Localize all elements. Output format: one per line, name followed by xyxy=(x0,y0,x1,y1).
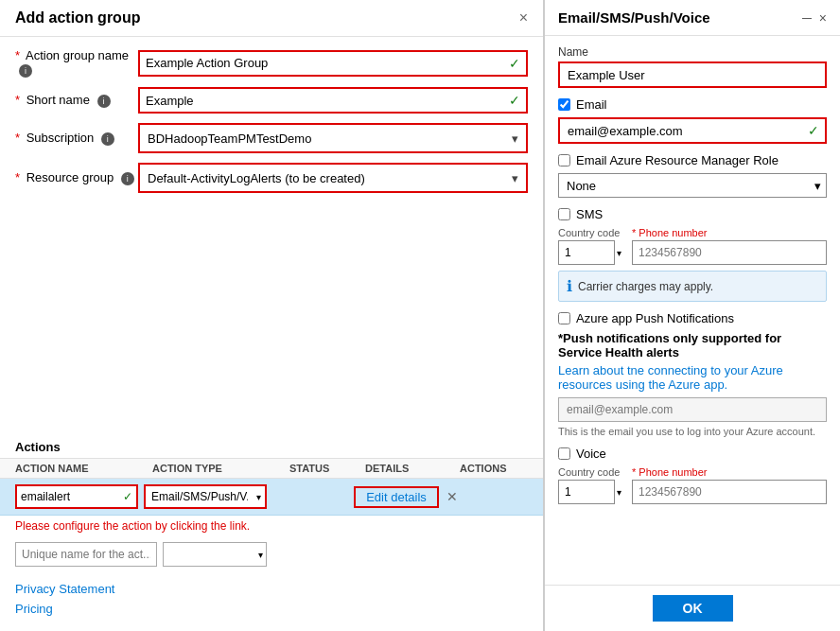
push-note: *Push notifications only supported for S… xyxy=(558,331,827,359)
push-email-container xyxy=(558,397,827,422)
voice-fields: Country code 1 ▾ * Phone number xyxy=(558,466,827,504)
voice-country-code-chevron: ▾ xyxy=(617,487,621,498)
right-close-button[interactable]: × xyxy=(819,10,827,26)
sms-checkbox[interactable] xyxy=(558,208,570,220)
email-checkbox[interactable] xyxy=(558,98,570,111)
email-checkbox-row: Email xyxy=(558,97,827,112)
action-row: ✓ Email/SMS/Push/V... ▾ Edit details ✕ xyxy=(0,479,543,516)
azure-role-label: Email Azure Resource Manager Role xyxy=(576,153,779,167)
action-group-name-label: Action group name xyxy=(26,48,129,62)
carrier-charges-text: Carrier charges may apply. xyxy=(578,280,713,293)
action-name-check: ✓ xyxy=(123,490,132,503)
sms-country-code-select[interactable]: 1 xyxy=(558,240,615,265)
azure-role-checkbox[interactable] xyxy=(558,154,570,167)
push-email-input[interactable] xyxy=(558,397,827,422)
edit-details-button[interactable]: Edit details xyxy=(354,486,439,508)
action-type-select[interactable]: Email/SMS/Push/V... xyxy=(146,486,265,507)
short-name-input[interactable] xyxy=(140,89,526,112)
short-name-label: Short name xyxy=(26,93,90,107)
name-label: Name xyxy=(558,45,827,59)
push-note-bold: *Push notifications only supported for S… xyxy=(558,331,781,359)
sms-phone-label: * Phone number xyxy=(632,227,827,238)
required-star-4: * xyxy=(15,170,20,184)
action-name-input[interactable] xyxy=(17,486,136,507)
subscription-select[interactable]: BDHadoopTeamPMTestDemo xyxy=(140,125,526,151)
voice-country-code-label: Country code xyxy=(558,466,624,478)
sms-phone-input[interactable] xyxy=(632,240,827,265)
voice-country-code-select[interactable]: 1 xyxy=(558,480,615,504)
actions-title: Actions xyxy=(15,440,61,454)
push-checkbox[interactable] xyxy=(558,312,570,324)
voice-checkbox-row: Voice xyxy=(558,447,827,461)
action-group-name-check: ✓ xyxy=(509,56,520,71)
subscription-info-icon[interactable]: i xyxy=(101,132,114,146)
voice-label: Voice xyxy=(576,447,606,461)
voice-phone-label: * Phone number xyxy=(632,466,827,478)
sms-country-code-chevron: ▾ xyxy=(617,248,621,258)
action-group-name-input[interactable] xyxy=(140,52,526,75)
required-star-3: * xyxy=(15,131,20,145)
sms-label: SMS xyxy=(576,207,603,221)
ok-button-row: OK xyxy=(545,585,840,631)
email-checkbox-label: Email xyxy=(576,97,607,112)
required-star-2: * xyxy=(15,93,20,107)
subscription-label: Subscription xyxy=(26,131,95,145)
pricing-link[interactable]: Pricing xyxy=(15,602,528,616)
azure-role-checkbox-row: Email Azure Resource Manager Role xyxy=(558,153,827,167)
actions-section: Actions ACTION NAME ACTION TYPE STATUS D… xyxy=(0,431,543,572)
privacy-statement-link[interactable]: Privacy Statement xyxy=(15,582,528,596)
col-header-details: DETAILS xyxy=(365,463,460,474)
sms-fields: Country code 1 ▾ * Phone number xyxy=(558,227,827,265)
push-checkbox-row: Azure app Push Notifications xyxy=(558,311,827,325)
col-header-status: STATUS xyxy=(289,463,365,474)
name-field-container xyxy=(558,61,827,88)
left-close-button[interactable]: × xyxy=(519,9,528,26)
resource-group-select[interactable]: Default-ActivityLogAlerts (to be created… xyxy=(140,165,526,191)
action-group-name-info-icon[interactable]: i xyxy=(19,64,32,78)
action-error-message: Please configure the action by clicking … xyxy=(0,516,543,536)
col-header-action-type: ACTION TYPE xyxy=(152,463,289,474)
voice-phone-input[interactable] xyxy=(632,480,827,504)
push-label: Azure app Push Notifications xyxy=(576,311,734,325)
short-name-info-icon[interactable]: i xyxy=(97,95,111,108)
carrier-charges-banner: ℹ Carrier charges may apply. xyxy=(558,271,827,302)
resource-group-label: Resource group xyxy=(26,170,114,184)
new-action-type-select[interactable] xyxy=(163,542,267,567)
azure-role-select[interactable]: None xyxy=(558,173,827,198)
add-action-row: ▾ xyxy=(0,536,543,572)
new-action-name-input[interactable] xyxy=(15,542,157,567)
left-panel-title: Add action group xyxy=(15,9,140,26)
col-header-action-name: ACTION NAME xyxy=(15,463,152,474)
sms-checkbox-row: SMS xyxy=(558,207,827,221)
col-header-actions: ACTIONS xyxy=(460,463,507,474)
voice-checkbox[interactable] xyxy=(558,447,570,460)
resource-group-info-icon[interactable]: i xyxy=(121,172,134,185)
email-input[interactable] xyxy=(560,119,825,142)
minimize-button[interactable]: ─ xyxy=(802,10,812,26)
info-icon: ℹ xyxy=(567,277,572,295)
name-input[interactable] xyxy=(558,61,827,88)
ok-button[interactable]: OK xyxy=(653,595,733,622)
email-check: ✓ xyxy=(808,123,819,138)
short-name-check: ✓ xyxy=(509,93,520,108)
required-star-1: * xyxy=(15,48,20,62)
right-panel-title: Email/SMS/Push/Voice xyxy=(558,9,710,26)
push-email-note: This is the email you use to log into yo… xyxy=(558,426,827,437)
delete-action-button[interactable]: ✕ xyxy=(446,489,458,504)
sms-country-code-label: Country code xyxy=(558,227,624,238)
push-link[interactable]: Learn about tne connecting to your Azure… xyxy=(558,363,827,392)
